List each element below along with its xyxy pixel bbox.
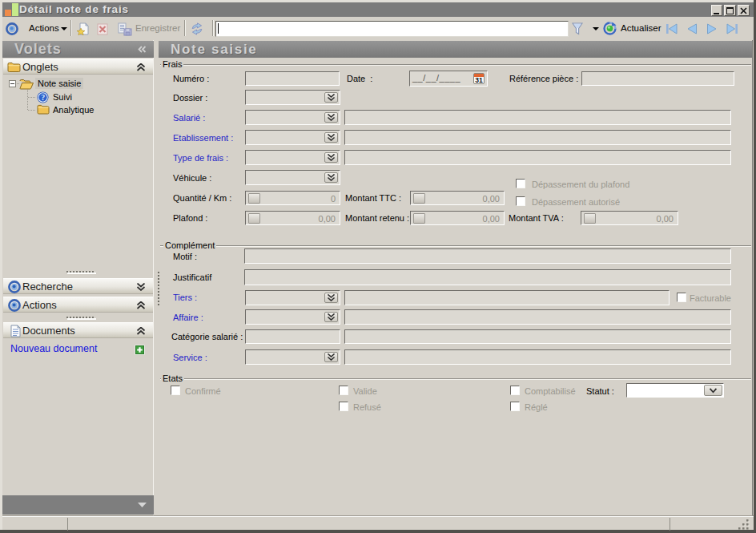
svg-text:?: ? (41, 93, 45, 102)
